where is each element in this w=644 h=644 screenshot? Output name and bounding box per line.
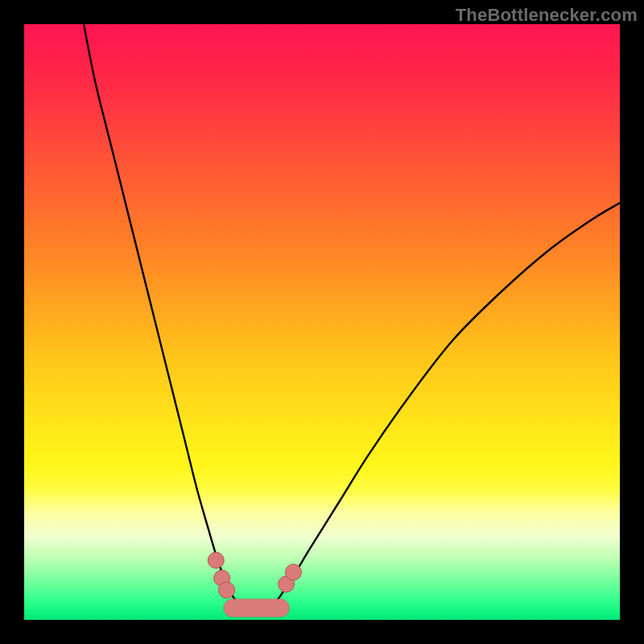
data-marker: [285, 564, 301, 580]
data-marker: [208, 552, 224, 568]
chart-frame: TheBottlenecker.com: [0, 0, 644, 644]
watermark-label: TheBottlenecker.com: [456, 5, 638, 26]
bottleneck-chart: [24, 24, 620, 620]
data-marker: [219, 582, 235, 598]
